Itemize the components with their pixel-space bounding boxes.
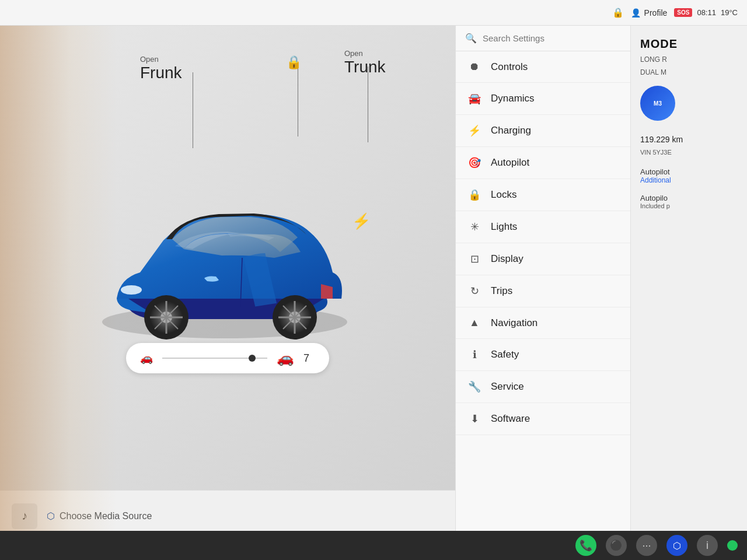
controls-icon: ⏺	[467, 61, 481, 73]
software-icon: ⬇	[467, 412, 481, 425]
zoom-large-car-icon: 🚗	[277, 350, 294, 366]
model-badge: M3	[640, 86, 675, 121]
dynamics-label: Dynamics	[491, 93, 535, 104]
taskbar: 📞 ⚫ ··· ⬡ i	[0, 531, 747, 560]
search-input[interactable]	[483, 33, 621, 43]
profile-person-icon: 👤	[631, 8, 641, 18]
trunk-open-text: Open	[344, 49, 386, 58]
controls-label: Controls	[491, 61, 528, 73]
search-bar: 🔍	[456, 26, 630, 51]
sidebar-item-charging[interactable]: ⚡ Charging	[456, 115, 630, 147]
mileage-value: 119.229 km	[640, 135, 738, 144]
sidebar-item-autopilot[interactable]: 🎯 Autopilot	[456, 147, 630, 179]
trunk-label-group[interactable]: Open Trunk	[344, 49, 386, 76]
dual-motor-label: DUAL M	[640, 68, 738, 76]
navigation-label: Navigation	[491, 317, 537, 329]
top-bar: 🔒 👤 Profile SOS 08:11 19°C	[0, 0, 747, 26]
car-lock-icon: 🔒	[286, 55, 302, 69]
profile-section[interactable]: 👤 Profile	[631, 8, 668, 18]
service-icon: 🔧	[467, 380, 481, 393]
long-range-label: LONG R	[640, 55, 738, 64]
lock-center-icon: 🔒	[286, 55, 302, 70]
profile-label: Profile	[644, 8, 668, 18]
sidebar-item-locks[interactable]: 🔒 Locks	[456, 179, 630, 211]
lightning-bolt-icon: ⚡	[352, 212, 371, 230]
service-label: Service	[491, 381, 524, 393]
sidebar-item-controls[interactable]: ⏺ Controls	[456, 51, 630, 83]
vin-number: VIN 5YJ3E	[640, 149, 738, 156]
settings-sidebar: 🔍 ⏺ Controls 🚘 Dynamics ⚡ Charging 🎯 Aut…	[455, 26, 630, 560]
search-icon: 🔍	[465, 33, 477, 44]
autopilot-label: Autopilot	[491, 157, 529, 169]
sidebar-item-display[interactable]: ⊡ Display	[456, 243, 630, 275]
zoom-small-car-icon: 🚗	[140, 352, 153, 365]
dynamics-icon: 🚘	[467, 92, 481, 105]
autopilot-feature-label: Autopilot	[640, 167, 738, 176]
safety-label: Safety	[491, 349, 519, 360]
line-frunk	[193, 72, 193, 148]
camera-btn[interactable]: ⚫	[606, 535, 627, 556]
info-btn[interactable]: i	[697, 535, 718, 556]
charging-label: Charging	[491, 125, 531, 136]
safety-icon: ℹ	[467, 348, 481, 361]
status-dot	[727, 540, 738, 551]
trips-label: Trips	[491, 285, 512, 297]
zoom-value: 7	[303, 352, 315, 365]
time-display: 08:11	[697, 8, 716, 17]
autopilot-section: Autopilot Additional	[640, 167, 738, 184]
zoom-slider[interactable]: 🚗 🚗 7	[126, 343, 329, 373]
display-label: Display	[491, 253, 523, 265]
zoom-thumb[interactable]	[249, 355, 256, 362]
autopilot-additional-link[interactable]: Additional	[640, 176, 738, 184]
sidebar-item-lights[interactable]: ✳ Lights	[456, 211, 630, 243]
charging-icon: ⚡	[467, 124, 481, 137]
sidebar-item-service[interactable]: 🔧 Service	[456, 371, 630, 403]
vehicle-info-panel: MODE LONG R DUAL M M3 119.229 km VIN 5YJ…	[630, 26, 747, 560]
model-title: MODE	[640, 37, 738, 51]
frunk-label-group[interactable]: Open Frunk	[140, 55, 182, 82]
line-lock	[298, 66, 298, 136]
navigation-icon: ▲	[467, 317, 481, 329]
car-panel: Open Frunk 🔒 Open Trunk	[0, 26, 455, 560]
settings-menu: ⏺ Controls 🚘 Dynamics ⚡ Charging 🎯 Autop…	[456, 51, 630, 560]
temperature-display: 19°C	[721, 8, 738, 17]
trips-icon: ↻	[467, 285, 481, 298]
locks-icon: 🔒	[467, 188, 481, 201]
bluetooth-btn[interactable]: ⬡	[666, 535, 687, 556]
status-bar: SOS 08:11 19°C	[674, 8, 738, 17]
locks-label: Locks	[491, 189, 516, 201]
software-label: Software	[491, 413, 530, 425]
more-btn[interactable]: ···	[636, 535, 657, 556]
sos-badge: SOS	[674, 8, 692, 17]
autopilot2-section: Autopilo Included p	[640, 194, 738, 209]
trunk-title: Trunk	[344, 58, 386, 76]
zoom-track[interactable]	[162, 358, 267, 359]
frunk-open-text: Open	[140, 55, 182, 64]
display-icon: ⊡	[467, 253, 481, 265]
autopilot-icon: 🎯	[467, 156, 481, 169]
sidebar-item-safety[interactable]: ℹ Safety	[456, 339, 630, 371]
frunk-title: Frunk	[140, 64, 182, 82]
svg-point-2	[121, 285, 142, 295]
line-trunk	[368, 66, 368, 142]
autopilot2-label: Autopilo	[640, 194, 738, 202]
sidebar-item-dynamics[interactable]: 🚘 Dynamics	[456, 83, 630, 115]
phone-btn[interactable]: 📞	[575, 535, 596, 556]
sidebar-item-navigation[interactable]: ▲ Navigation	[456, 307, 630, 339]
sidebar-item-software[interactable]: ⬇ Software	[456, 403, 630, 435]
main-layout: Open Frunk 🔒 Open Trunk	[0, 26, 747, 560]
autopilot2-note: Included p	[640, 202, 738, 209]
lock-icon-top: 🔒	[612, 7, 624, 18]
lights-label: Lights	[491, 221, 517, 233]
lights-icon: ✳	[467, 220, 481, 233]
sidebar-item-trips[interactable]: ↻ Trips	[456, 275, 630, 307]
